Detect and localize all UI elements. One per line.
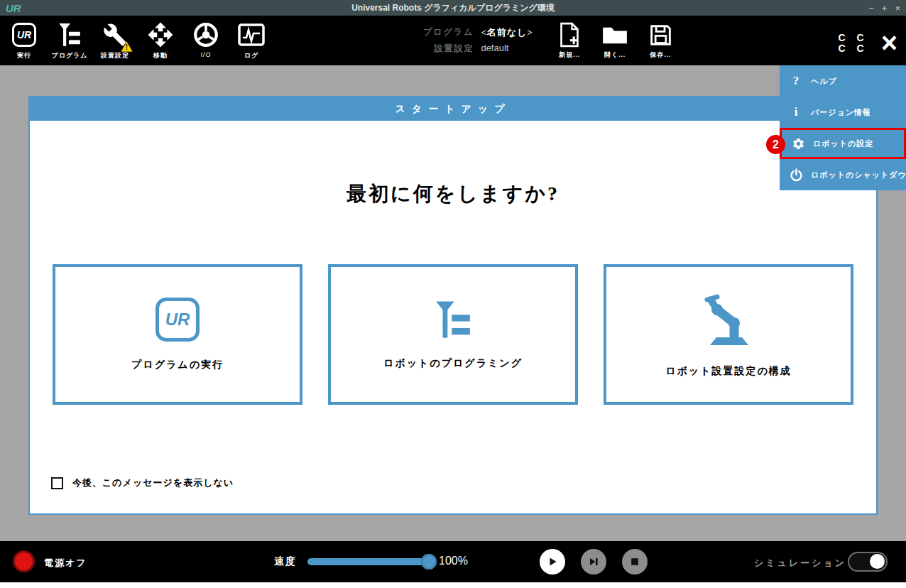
tab-installation[interactable]: ! 設置設定 — [92, 16, 138, 65]
log-icon — [238, 23, 265, 46]
bottom-strip — [0, 582, 906, 588]
tab-log[interactable]: ログ — [229, 16, 274, 65]
new-button[interactable]: 新規... — [548, 19, 591, 60]
maximize-button[interactable]: + — [882, 4, 888, 13]
open-button-label: 開く... — [604, 50, 626, 60]
installation-field-label: 設置設定 — [434, 43, 474, 55]
installation-name: default — [481, 43, 533, 53]
save-button[interactable]: 保存... — [639, 19, 682, 60]
tab-run-label: 実行 — [17, 51, 31, 60]
menu-item-robot-shutdown[interactable]: ロボットのシャットダウ — [780, 159, 906, 190]
power-status-icon[interactable] — [13, 550, 35, 572]
save-button-label: 保存... — [650, 50, 671, 60]
tab-io[interactable]: I/O — [183, 16, 229, 65]
card-configure-installation[interactable]: ロボット設置設定の構成 — [604, 264, 853, 405]
simulation-label: シミュレーション — [754, 557, 846, 570]
menu-item-version-info[interactable]: i バージョン情報 — [780, 97, 906, 128]
stop-icon — [629, 556, 640, 567]
toolbar-right: C C C C × — [839, 16, 897, 65]
menu-close-button[interactable]: × — [881, 27, 897, 54]
speed-slider[interactable] — [307, 558, 432, 565]
tab-run[interactable]: UR 実行 — [1, 16, 47, 65]
play-icon — [547, 556, 558, 567]
open-button[interactable]: 開く... — [594, 19, 636, 60]
program-icon — [432, 299, 474, 340]
dont-show-checkbox[interactable] — [51, 477, 63, 489]
window-title: Universal Robots グラフィカルプログラミング環境 — [0, 2, 906, 14]
warning-icon: ! — [120, 40, 133, 53]
program-info: プログラム 設置設定 <名前なし> default — [423, 26, 533, 55]
ur-logo-icon: UR — [12, 23, 36, 47]
tab-move-label: 移動 — [153, 51, 168, 60]
window-controls: − + × — [868, 4, 900, 13]
step-badge: 2 — [766, 135, 785, 154]
program-field-label: プログラム — [423, 26, 474, 38]
panel-header: スタートアップ — [30, 97, 876, 121]
ur-app-logo-icon: UR — [6, 2, 21, 14]
tab-io-label: I/O — [200, 51, 211, 58]
card-run-program-label: プログラムの実行 — [131, 359, 224, 371]
program-icon — [57, 22, 82, 48]
save-icon — [649, 23, 672, 47]
toolbar: UR 実行 プログラム — [0, 16, 906, 65]
minimize-button[interactable]: − — [868, 4, 874, 13]
window-close-button[interactable]: × — [895, 4, 900, 13]
tab-move[interactable]: 移動 — [138, 16, 183, 65]
io-wheel-icon — [192, 21, 219, 48]
play-button[interactable] — [540, 549, 565, 575]
open-folder-icon — [601, 24, 628, 45]
power-icon — [789, 168, 803, 182]
help-icon: ? — [789, 74, 803, 88]
speed-slider-thumb[interactable] — [421, 554, 437, 570]
tab-program[interactable]: プログラム — [47, 16, 92, 65]
menu-item-help[interactable]: ? ヘルプ — [780, 65, 906, 97]
program-name: <名前なし> — [481, 26, 533, 39]
power-label: 電源オフ — [44, 557, 87, 570]
titlebar: UR Universal Robots グラフィカルプログラミング環境 − + … — [0, 0, 906, 16]
card-program-robot[interactable]: ロボットのプログラミング — [328, 264, 578, 405]
speed-label: 速度 — [274, 555, 297, 568]
move-icon — [147, 21, 174, 48]
card-configure-installation-label: ロボット設置設定の構成 — [665, 365, 792, 378]
startup-panel: スタートアップ 最初に何をしますか? UR プログラムの実行 ロボットのプログラ… — [28, 96, 878, 515]
info-icon: i — [789, 105, 803, 119]
new-button-label: 新規... — [559, 50, 580, 60]
file-buttons: 新規... 開く... 保存... — [548, 19, 682, 60]
card-run-program[interactable]: UR プログラムの実行 — [53, 264, 302, 405]
speed-value: 100% — [439, 555, 468, 567]
step-button[interactable] — [581, 549, 606, 575]
menu-item-robot-settings[interactable]: 2 ロボットの設定 — [780, 128, 906, 159]
hamburger-menu-button[interactable]: C C C C — [839, 27, 868, 54]
dont-show-checkbox-label: 今後、このメッセージを表示しない — [72, 477, 234, 489]
toolbar-tabs: UR 実行 プログラム — [1, 16, 274, 65]
ur-logo-icon: UR — [155, 298, 200, 342]
dropdown-menu: ? ヘルプ i バージョン情報 2 ロボットの設定 ロボットのシャットダウ — [780, 65, 906, 190]
stop-button[interactable] — [622, 549, 648, 575]
step-icon — [588, 556, 599, 567]
dont-show-again-row: 今後、このメッセージを表示しない — [51, 477, 234, 489]
tab-log-label: ログ — [244, 51, 258, 60]
footer-bar: 電源オフ 速度 100% シミュレーション — [0, 541, 906, 582]
new-file-icon — [559, 22, 580, 48]
card-program-robot-label: ロボットのプログラミング — [383, 357, 523, 370]
gear-icon — [791, 137, 805, 151]
robot-arm-icon — [696, 291, 761, 348]
simulation-toggle-knob[interactable] — [870, 554, 885, 569]
tab-program-label: プログラム — [51, 51, 87, 60]
startup-heading: 最初に何をしますか? — [30, 180, 876, 207]
simulation-toggle[interactable] — [848, 552, 888, 572]
startup-cards: UR プログラムの実行 ロボットのプログラミング — [53, 264, 853, 405]
polyscope-screen: UR Universal Robots グラフィカルプログラミング環境 − + … — [0, 0, 906, 588]
transport-controls — [540, 549, 648, 575]
